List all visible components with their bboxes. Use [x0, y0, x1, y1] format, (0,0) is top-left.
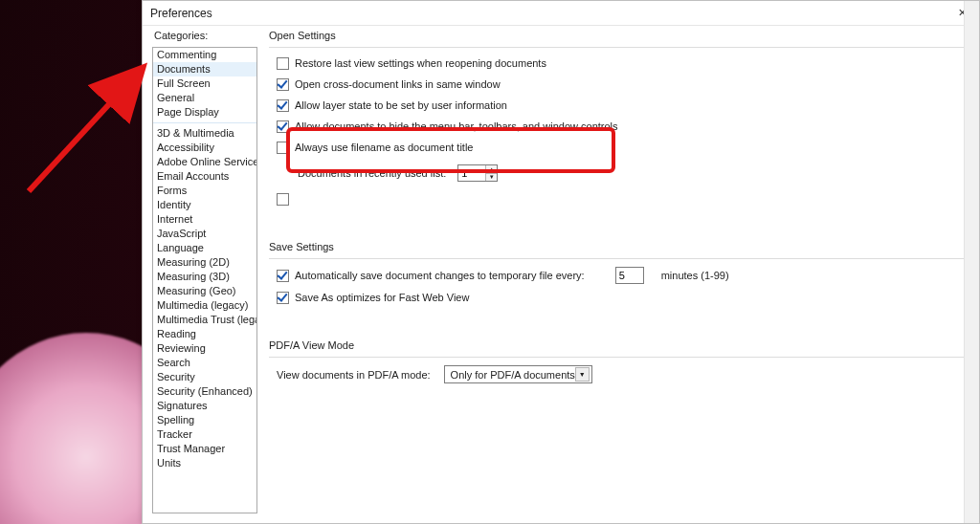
category-item[interactable]: Email Accounts [153, 169, 256, 184]
recent-list-input[interactable] [458, 165, 485, 181]
pdfa-label: View documents in PDF/A mode: [277, 369, 431, 381]
fast-web-view-field[interactable]: Save As optimizes for Fast Web View [277, 290, 975, 305]
category-item[interactable]: Accessibility [153, 141, 256, 155]
dialog-title: Preferences [150, 7, 212, 20]
save-settings-title: Save Settings [269, 241, 975, 252]
category-item[interactable]: Signatures [153, 399, 256, 413]
category-item[interactable]: Tracker [153, 427, 256, 442]
restore-last-view-checkbox[interactable] [277, 57, 289, 70]
section-rule [269, 357, 975, 358]
auto-save-input[interactable] [616, 268, 643, 283]
category-item[interactable]: Commenting [153, 48, 256, 62]
open-settings-title: Open Settings [269, 30, 975, 41]
category-item[interactable]: Units [153, 456, 256, 470]
allow-hide-menu-label: Allow documents to hide the menu bar, to… [295, 120, 618, 132]
category-item[interactable]: Measuring (Geo) [153, 284, 256, 298]
section-rule [269, 258, 975, 259]
category-item[interactable]: Multimedia (legacy) [153, 298, 256, 313]
recent-list-label: Documents in recently used list: [298, 167, 446, 179]
section-rule [269, 47, 975, 48]
preferences-dialog: Preferences ✕ Categories: CommentingDocu… [142, 0, 980, 524]
category-item[interactable]: Identity [153, 198, 256, 212]
pdfa-selected: Only for PDF/A documents [451, 369, 575, 381]
pdfa-title: PDF/A View Mode [269, 339, 975, 351]
category-item[interactable]: Search [153, 356, 256, 370]
category-item[interactable]: Measuring (3D) [153, 270, 256, 284]
category-item[interactable]: Trust Manager [153, 442, 256, 456]
auto-save-spinner[interactable] [615, 267, 644, 284]
spinner-down-icon[interactable]: ▼ [486, 174, 497, 182]
open-cross-doc-field[interactable]: Open cross-document links in same window [277, 76, 975, 92]
chevron-down-icon[interactable]: ▼ [575, 367, 590, 382]
auto-save-field[interactable]: Automatically save document changes to t… [277, 267, 975, 284]
category-item[interactable]: Language [153, 241, 256, 255]
remember-snapshot-checkbox[interactable] [277, 193, 289, 206]
category-item[interactable]: Security [153, 370, 256, 384]
category-item[interactable]: 3D & Multimedia [153, 126, 256, 141]
category-item[interactable]: Measuring (2D) [153, 255, 256, 270]
scrollbar[interactable] [964, 1, 979, 523]
restore-last-view-label: Restore last view settings when reopenin… [295, 57, 546, 69]
allow-layer-state-checkbox[interactable] [277, 99, 289, 112]
remember-snapshot-field[interactable] [277, 191, 975, 207]
allow-hide-menu-field[interactable]: Allow documents to hide the menu bar, to… [277, 119, 975, 134]
auto-save-checkbox[interactable] [277, 270, 289, 282]
always-use-filename-field[interactable]: Always use filename as document title [277, 140, 975, 155]
recent-list-field: Documents in recently used list: ▲ ▼ [298, 164, 975, 182]
allow-layer-state-label: Allow layer state to be set by user info… [295, 99, 507, 111]
fast-web-view-label: Save As optimizes for Fast Web View [295, 292, 469, 303]
category-item[interactable]: General [153, 91, 256, 105]
titlebar: Preferences ✕ [143, 1, 979, 26]
open-cross-doc-checkbox[interactable] [277, 78, 289, 91]
restore-last-view-field[interactable]: Restore last view settings when reopenin… [277, 55, 975, 71]
category-item[interactable]: Multimedia Trust (legacy) [153, 313, 256, 327]
category-item[interactable]: Reading [153, 327, 256, 341]
open-cross-doc-label: Open cross-document links in same window [295, 78, 501, 90]
spinner-up-icon[interactable]: ▲ [486, 165, 497, 174]
pdfa-field: View documents in PDF/A mode: Only for P… [277, 365, 975, 383]
category-item[interactable]: Documents [153, 62, 256, 76]
fast-web-view-checkbox[interactable] [277, 292, 289, 304]
always-use-filename-label: Always use filename as document title [295, 142, 473, 153]
allow-hide-menu-checkbox[interactable] [277, 120, 289, 133]
category-item[interactable]: Forms [153, 184, 256, 198]
auto-save-label-before: Automatically save document changes to t… [295, 270, 585, 281]
category-item[interactable]: Reviewing [153, 341, 256, 356]
recent-list-spinner[interactable]: ▲ ▼ [457, 164, 498, 182]
category-item[interactable]: Security (Enhanced) [153, 384, 256, 399]
category-separator [153, 122, 256, 123]
category-item[interactable]: Internet [153, 212, 256, 227]
auto-save-label-after: minutes (1-99) [661, 270, 729, 281]
allow-layer-state-field[interactable]: Allow layer state to be set by user info… [277, 98, 975, 113]
pdfa-dropdown[interactable]: Only for PDF/A documents ▼ [444, 365, 592, 383]
category-item[interactable]: JavaScript [153, 227, 256, 241]
always-use-filename-checkbox[interactable] [277, 142, 289, 154]
category-item[interactable]: Page Display [153, 105, 256, 120]
categories-label: Categories: [154, 30, 257, 41]
category-item[interactable]: Adobe Online Services [153, 155, 256, 169]
category-item[interactable]: Spelling [153, 413, 256, 427]
categories-list[interactable]: CommentingDocumentsFull ScreenGeneralPag… [152, 47, 257, 513]
category-item[interactable]: Full Screen [153, 76, 256, 91]
